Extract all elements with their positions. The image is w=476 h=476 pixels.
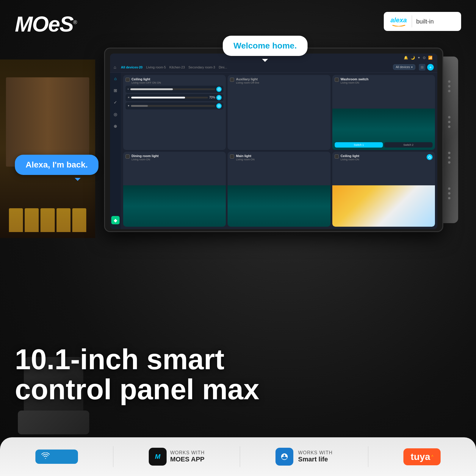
mount-dot: [448, 116, 450, 118]
brightness-row-70[interactable]: ☀ 70% ⏻: [126, 94, 223, 101]
divider-1: [113, 446, 113, 467]
card-header-washroom: Washroom switch Living room·ON: [335, 77, 433, 84]
ceiling2-subtitle: Living room·ON: [341, 158, 425, 161]
sidebar-check-icon[interactable]: ✓: [112, 99, 119, 106]
auxiliary-title: Auxiliary light: [236, 77, 259, 81]
brightness-bar-70: [131, 97, 208, 98]
washroom-subtitle: Living room·ON: [341, 81, 369, 84]
status-wifi-icon: 📶: [428, 56, 433, 60]
device-card-washroom[interactable]: Washroom switch Living room·ON Switch 1 …: [332, 75, 435, 150]
product-title-line1: 10.1-inch smart: [15, 345, 259, 375]
nav-tab-secondary[interactable]: Secondary room·3: [188, 65, 215, 69]
mount-dots-3: [448, 152, 450, 164]
sidebar-settings-icon[interactable]: ⊕: [112, 123, 119, 130]
nav-tab-all[interactable]: All devices·20: [121, 65, 143, 69]
device-card-ceiling-2[interactable]: Ceiling light Living room·ON ⏻: [332, 152, 435, 227]
all-devices-dropdown[interactable]: All devices ▾: [393, 64, 415, 70]
brightness-power-top[interactable]: ⏻: [216, 87, 222, 92]
brightness-bar-top: [130, 88, 215, 90]
washroom-icon: [335, 78, 339, 82]
panel-container: 🔔 🌙 ✦ ⊙ 📶 ⌂ All devices·20 Living room·5…: [86, 48, 458, 232]
device-card-ceiling-light[interactable]: Ceiling light Living room·OFF ON ON +: [123, 75, 226, 150]
main-teal-bg: [228, 185, 330, 227]
device-grid: Ceiling light Living room·OFF ON ON +: [121, 73, 437, 229]
chair-seat: [18, 411, 89, 434]
home-icon[interactable]: ⌂: [114, 65, 116, 70]
washroom-switches: Switch 1 Switch 2: [335, 142, 433, 148]
welcome-bubble: Welcome home.: [223, 36, 308, 56]
status-bell-icon: 🔔: [404, 56, 408, 60]
wifi-item: Wi-Fi: [35, 450, 78, 464]
tuya-item: tuya ^: [403, 448, 440, 465]
plates: [9, 208, 86, 232]
brightness-power-70[interactable]: ⏻: [216, 95, 222, 100]
product-description: 10.1-inch smart control panel max: [15, 345, 259, 405]
dining-teal-bg: [123, 185, 226, 227]
add-device-button[interactable]: +: [427, 64, 434, 71]
screen-display: 🔔 🌙 ✦ ⊙ 📶 ⌂ All devices·20 Living room·5…: [110, 54, 437, 229]
ceiling2-title: Ceiling light: [341, 154, 425, 158]
registered-mark: ®: [73, 19, 76, 25]
device-card-auxiliary[interactable]: Auxiliary light Living room·Off-line: [228, 75, 330, 150]
shelf: [6, 77, 89, 167]
alexa-back-bubble: Alexa, I'm back.: [15, 155, 98, 175]
alexa-badge: alexa built-in: [384, 12, 461, 31]
ceiling2-info: Ceiling light Living room·ON: [341, 154, 425, 161]
ceiling-light-subtitle: Living room·OFF ON ON: [131, 81, 161, 84]
dining-info: Dining room light Living room·ON: [131, 154, 159, 161]
plate-1: [9, 208, 23, 232]
nav-action-icons: ⊞ +: [419, 64, 434, 71]
sidebar: ⌂ ⊞ ✓ ◎ ⊕ ◆: [110, 73, 121, 229]
brightness-fill-low: [131, 105, 148, 107]
ceiling2-power-button[interactable]: ⏻: [427, 154, 433, 160]
sidebar-action-button[interactable]: ◆: [111, 216, 120, 224]
sidebar-devices-icon[interactable]: ⊞: [112, 87, 119, 94]
main-subtitle: Living room·ON: [236, 158, 255, 161]
brightness-power-low[interactable]: ⏻: [216, 103, 222, 109]
brightness-low-icon: ✦: [127, 104, 130, 107]
mount-dot: [448, 187, 450, 190]
nav-tab-living[interactable]: Living room·5: [146, 65, 166, 69]
tuya-badge: tuya ^: [403, 448, 440, 465]
device-card-dining[interactable]: Dining room light Living room·ON: [123, 152, 226, 227]
brightness-row-top[interactable]: + ⏻: [126, 86, 223, 93]
tuya-label: tuya: [411, 451, 430, 462]
amazon-smile-icon: [390, 24, 408, 26]
dining-subtitle: Living room·ON: [131, 158, 159, 161]
works-moes-text: WORKS WITH MOES APP: [170, 450, 205, 463]
nav-tab-kitchen[interactable]: Kitchen·23: [169, 65, 185, 69]
auxiliary-icon: [230, 78, 234, 82]
auxiliary-info: Auxiliary light Living room·Off-line: [236, 77, 259, 84]
card-header-ceiling2: Ceiling light Living room·ON ⏻: [335, 154, 433, 161]
grid-icon[interactable]: ⊞: [419, 64, 425, 71]
works-smartlife-item: WORKS WITH Smart life: [275, 448, 333, 466]
screen-main-area: ⌂ ⊞ ✓ ◎ ⊕ ◆ Ceiling light: [110, 73, 437, 229]
brightness-plus-icon: +: [127, 87, 129, 91]
works-moes-product: MOES APP: [170, 455, 205, 463]
brightness-fill-70: [131, 97, 185, 98]
alexa-back-text: Alexa, I'm back.: [26, 160, 88, 169]
sidebar-location-icon[interactable]: ◎: [112, 111, 119, 118]
ceiling-light-title: Ceiling light: [131, 77, 161, 81]
welcome-text: Welcome home.: [234, 41, 297, 50]
moes-logo: MOeS®: [15, 12, 76, 36]
tuya-hat-icon: ^: [431, 454, 433, 459]
alexa-logo: alexa: [390, 16, 408, 26]
ceiling-light-info: Ceiling light Living room·OFF ON ON: [131, 77, 161, 84]
switch-1-button[interactable]: Switch 1: [335, 142, 383, 148]
works-moes-title: WORKS WITH: [170, 450, 205, 455]
works-smartlife-title: WORKS WITH: [298, 450, 333, 455]
main-info: Main light Living room·ON: [236, 154, 255, 161]
plate-4: [57, 208, 71, 232]
device-card-main[interactable]: Main light Living room·ON: [228, 152, 330, 227]
sidebar-home-icon[interactable]: ⌂: [112, 75, 119, 82]
brightness-row-low[interactable]: ✦ ⏻: [126, 102, 223, 109]
plate-3: [40, 208, 54, 232]
mount-dot: [448, 126, 450, 128]
built-in-text: built-in: [416, 18, 434, 25]
switch-2-button[interactable]: Switch 2: [384, 142, 433, 148]
ceiling2-color-bg: [332, 185, 435, 227]
nav-tab-dining[interactable]: Dini...: [219, 65, 227, 69]
wifi-label: Wi-Fi: [51, 452, 72, 461]
navigation-bar: ⌂ All devices·20 Living room·5 Kitchen·2…: [110, 62, 437, 73]
